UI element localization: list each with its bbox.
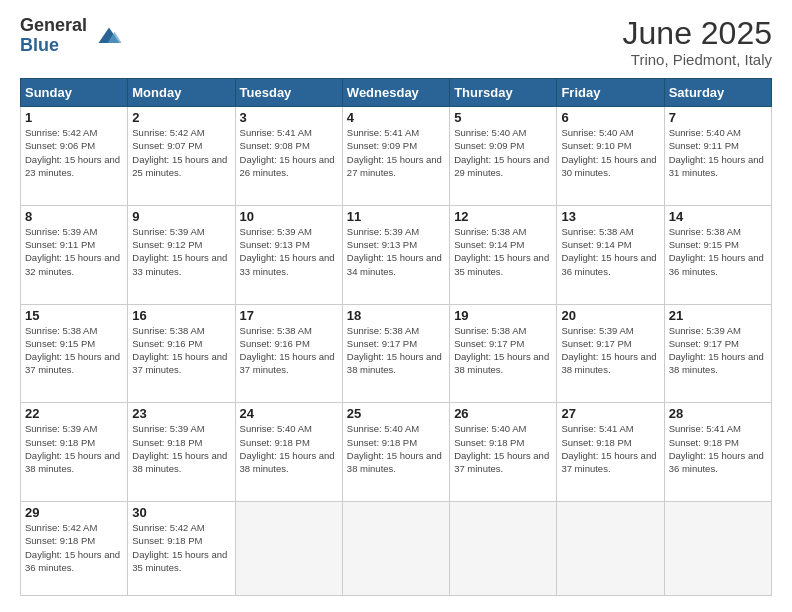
col-wednesday: Wednesday: [342, 79, 449, 107]
day-6: 6 Sunrise: 5:40 AMSunset: 9:10 PMDayligh…: [557, 107, 664, 206]
calendar-title: June 2025: [623, 16, 772, 51]
day-28: 28 Sunrise: 5:41 AMSunset: 9:18 PMDaylig…: [664, 403, 771, 502]
day-27: 27 Sunrise: 5:41 AMSunset: 9:18 PMDaylig…: [557, 403, 664, 502]
empty-cell-1: [235, 502, 342, 596]
day-22: 22 Sunrise: 5:39 AMSunset: 9:18 PMDaylig…: [21, 403, 128, 502]
col-saturday: Saturday: [664, 79, 771, 107]
day-16: 16 Sunrise: 5:38 AMSunset: 9:16 PMDaylig…: [128, 304, 235, 403]
day-9: 9 Sunrise: 5:39 AMSunset: 9:12 PMDayligh…: [128, 205, 235, 304]
logo-blue: Blue: [20, 36, 87, 56]
title-block: June 2025 Trino, Piedmont, Italy: [623, 16, 772, 68]
col-tuesday: Tuesday: [235, 79, 342, 107]
day-23: 23 Sunrise: 5:39 AMSunset: 9:18 PMDaylig…: [128, 403, 235, 502]
header: General Blue June 2025 Trino, Piedmont, …: [20, 16, 772, 68]
day-10: 10 Sunrise: 5:39 AMSunset: 9:13 PMDaylig…: [235, 205, 342, 304]
col-friday: Friday: [557, 79, 664, 107]
page: General Blue June 2025 Trino, Piedmont, …: [0, 0, 792, 612]
day-1: 1 Sunrise: 5:42 AMSunset: 9:06 PMDayligh…: [21, 107, 128, 206]
logo-general: General: [20, 16, 87, 36]
day-24: 24 Sunrise: 5:40 AMSunset: 9:18 PMDaylig…: [235, 403, 342, 502]
day-21: 21 Sunrise: 5:39 AMSunset: 9:17 PMDaylig…: [664, 304, 771, 403]
week-row-4: 22 Sunrise: 5:39 AMSunset: 9:18 PMDaylig…: [21, 403, 772, 502]
day-25: 25 Sunrise: 5:40 AMSunset: 9:18 PMDaylig…: [342, 403, 449, 502]
day-14: 14 Sunrise: 5:38 AMSunset: 9:15 PMDaylig…: [664, 205, 771, 304]
col-sunday: Sunday: [21, 79, 128, 107]
week-row-1: 1 Sunrise: 5:42 AMSunset: 9:06 PMDayligh…: [21, 107, 772, 206]
empty-cell-4: [557, 502, 664, 596]
logo-icon: [95, 22, 123, 50]
logo: General Blue: [20, 16, 123, 56]
day-2: 2 Sunrise: 5:42 AMSunset: 9:07 PMDayligh…: [128, 107, 235, 206]
col-monday: Monday: [128, 79, 235, 107]
day-20: 20 Sunrise: 5:39 AMSunset: 9:17 PMDaylig…: [557, 304, 664, 403]
day-19: 19 Sunrise: 5:38 AMSunset: 9:17 PMDaylig…: [450, 304, 557, 403]
day-4: 4 Sunrise: 5:41 AMSunset: 9:09 PMDayligh…: [342, 107, 449, 206]
calendar-subtitle: Trino, Piedmont, Italy: [623, 51, 772, 68]
col-thursday: Thursday: [450, 79, 557, 107]
day-13: 13 Sunrise: 5:38 AMSunset: 9:14 PMDaylig…: [557, 205, 664, 304]
day-7: 7 Sunrise: 5:40 AMSunset: 9:11 PMDayligh…: [664, 107, 771, 206]
day-11: 11 Sunrise: 5:39 AMSunset: 9:13 PMDaylig…: [342, 205, 449, 304]
day-26: 26 Sunrise: 5:40 AMSunset: 9:18 PMDaylig…: [450, 403, 557, 502]
day-17: 17 Sunrise: 5:38 AMSunset: 9:16 PMDaylig…: [235, 304, 342, 403]
empty-cell-5: [664, 502, 771, 596]
day-15: 15 Sunrise: 5:38 AMSunset: 9:15 PMDaylig…: [21, 304, 128, 403]
week-row-2: 8 Sunrise: 5:39 AMSunset: 9:11 PMDayligh…: [21, 205, 772, 304]
empty-cell-2: [342, 502, 449, 596]
week-row-5: 29 Sunrise: 5:42 AMSunset: 9:18 PMDaylig…: [21, 502, 772, 596]
day-3: 3 Sunrise: 5:41 AMSunset: 9:08 PMDayligh…: [235, 107, 342, 206]
day-8: 8 Sunrise: 5:39 AMSunset: 9:11 PMDayligh…: [21, 205, 128, 304]
day-5: 5 Sunrise: 5:40 AMSunset: 9:09 PMDayligh…: [450, 107, 557, 206]
day-18: 18 Sunrise: 5:38 AMSunset: 9:17 PMDaylig…: [342, 304, 449, 403]
calendar-table: Sunday Monday Tuesday Wednesday Thursday…: [20, 78, 772, 596]
weekday-header-row: Sunday Monday Tuesday Wednesday Thursday…: [21, 79, 772, 107]
empty-cell-3: [450, 502, 557, 596]
day-29: 29 Sunrise: 5:42 AMSunset: 9:18 PMDaylig…: [21, 502, 128, 596]
week-row-3: 15 Sunrise: 5:38 AMSunset: 9:15 PMDaylig…: [21, 304, 772, 403]
day-30: 30 Sunrise: 5:42 AMSunset: 9:18 PMDaylig…: [128, 502, 235, 596]
day-12: 12 Sunrise: 5:38 AMSunset: 9:14 PMDaylig…: [450, 205, 557, 304]
logo-text: General Blue: [20, 16, 87, 56]
